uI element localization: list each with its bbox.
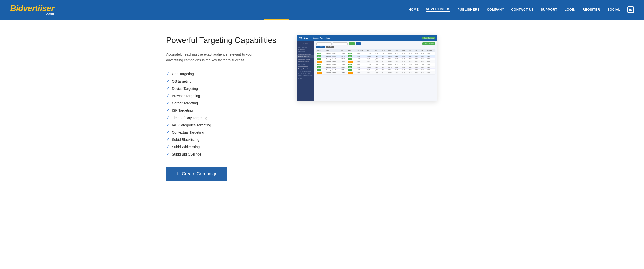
page-title: Powerful Targeting Capabilities [166, 35, 276, 46]
list-item: ✓ Browser Targeting [166, 93, 276, 98]
linkedin-icon[interactable]: in [627, 6, 634, 13]
mock-td: 230 [381, 66, 388, 69]
status-badge: Active [317, 55, 321, 57]
create-campaign-label: Create Campaign [182, 171, 217, 177]
feature-label: OS targeting [172, 79, 192, 83]
mock-td: $10.00 [426, 52, 435, 55]
mock-td: $10.00 [394, 52, 401, 55]
list-item: ✓ Time-Of-Day Targeting [166, 115, 276, 120]
mock-th: Status [347, 49, 356, 52]
mock-td: $13.00 [394, 66, 401, 69]
nav-contact[interactable]: CONTACT US [511, 8, 534, 11]
create-campaign-button[interactable]: + Create Campaign [166, 167, 227, 181]
logo[interactable]: Bidvertiiser .com [10, 4, 54, 15]
mock-th: Impr. [374, 49, 381, 52]
mock-filter-green [349, 42, 355, 45]
mock-td: $0.08 [414, 69, 420, 71]
feature-label: Time-Of-Day Targeting [172, 116, 207, 120]
mock-td: 150 [381, 52, 388, 55]
mock-th: Total [394, 49, 401, 52]
mock-td: Campaign Name 2 [326, 55, 341, 58]
features-list: ✓ Geo Targeting ✓ OS targeting ✓ Device … [166, 71, 276, 157]
check-icon: ✓ [166, 137, 169, 142]
mock-td: 5.500 [356, 55, 366, 58]
nav-register[interactable]: REGISTER [582, 8, 600, 11]
mock-td: 100 [381, 69, 388, 71]
mock-content: Create Campaign + Add Filter + New Filte… [314, 41, 437, 101]
mock-td: Active [347, 69, 356, 71]
nav-home[interactable]: HOME [408, 8, 419, 11]
nav-advertisers[interactable]: ADVERTISERS [426, 7, 450, 12]
mock-create-btn: Create Campaign [422, 37, 435, 39]
check-icon: ✓ [166, 130, 169, 135]
mock-td: Paused [347, 60, 356, 63]
nav-publishers[interactable]: PUBLISHERS [457, 8, 480, 11]
right-column: Bidvertiser Manage Campaigns Create Camp… [297, 35, 478, 101]
mock-sidebar-item: -- No Data -- [297, 48, 314, 51]
feature-label: ISP Targeting [172, 108, 193, 112]
mock-td: 21,000 [374, 63, 381, 66]
nav-login[interactable]: LOGIN [565, 8, 576, 11]
mock-td: $0.25 [408, 71, 414, 74]
mock-td: 2.900 [356, 71, 366, 74]
nav-company[interactable]: COMPANY [487, 8, 504, 11]
mock-td: 210,000 [366, 63, 374, 66]
mock-sidebar-item: Manage Accounts [297, 68, 314, 70]
nav-social[interactable]: SOCIAL [607, 8, 620, 11]
dashboard-screenshot: Bidvertiser Manage Campaigns Create Camp… [297, 35, 437, 101]
mock-td: 6,700 [374, 60, 381, 63]
feature-label: Subid Bid Override [172, 152, 202, 156]
mock-td: $6.00 [394, 60, 401, 63]
mock-td: $1.00 [408, 63, 414, 66]
status-badge: Active [348, 66, 352, 68]
mock-td: $0.10 [414, 52, 420, 55]
mock-th: Your Bid $ [356, 49, 366, 52]
mock-td: $0.60 [408, 55, 414, 58]
mock-td: $11.00 [394, 55, 401, 58]
list-item: ✓ OS targeting [166, 79, 276, 84]
status-badge: Active [317, 53, 321, 54]
logo-text: Bidvertiiser [10, 4, 54, 12]
mock-td: $0.12 [414, 55, 420, 58]
list-item: ✓ Subid Blacklisting [166, 137, 276, 142]
check-icon: ✓ [166, 79, 169, 84]
mock-td: Campaign Name 8 [326, 71, 341, 74]
status-badge: Paused [317, 72, 322, 74]
table-row: Active Campaign Name 1 12345 Active 5.00… [316, 52, 435, 55]
mock-td: Campaign Name 5 [326, 63, 341, 66]
list-item: ✓ Subid Whitelisting [166, 144, 276, 149]
logo-bid: Bidverti [10, 3, 40, 13]
mock-th: Daily [408, 49, 414, 52]
mock-user-id: 15021174 [297, 43, 314, 46]
mock-th: CTR [388, 49, 394, 52]
feature-label: Browser Targeting [172, 94, 200, 98]
site-header: Bidvertiiser .com HOME ADVERTISERS PUBLI… [0, 0, 644, 19]
mock-td: Campaign Name 4 [326, 60, 341, 63]
status-badge: Active [317, 66, 321, 68]
check-icon: ✓ [166, 144, 169, 149]
mock-sidebar-item-active: Manage Campaigns [297, 55, 314, 58]
table-row: Active Campaign Name 5 12349 Active 6.10… [316, 63, 435, 66]
mock-td: 3.200 [356, 60, 366, 63]
mock-create-top-btn: Create Campaign [422, 42, 435, 45]
nav-support[interactable]: SUPPORT [541, 8, 557, 11]
mock-th: Windows [426, 49, 435, 52]
mock-td: $0.25 [420, 71, 426, 74]
mock-td: $1.20 [401, 55, 408, 58]
mock-td: 0.02% [388, 71, 394, 74]
status-badge: Active [348, 64, 352, 65]
left-column: Powerful Targeting Capabilities Accurate… [166, 35, 276, 181]
mock-td: Active [347, 58, 356, 60]
mock-td: $6.00 [426, 60, 435, 63]
mock-td: 14,200 [374, 55, 381, 58]
list-item: ✓ ISP Targeting [166, 108, 276, 113]
mock-sidebar-item: Campaign Report [297, 65, 314, 68]
mock-sidebar: 15021174 Notifications -- No Data -- Cam… [297, 41, 314, 101]
mock-td: 80 [381, 60, 388, 63]
mock-td: $0.50 [408, 52, 414, 55]
mock-td: 67,000 [366, 60, 374, 63]
mock-td: $8.50 [394, 58, 401, 60]
mock-td: Active [316, 55, 326, 58]
mock-td: 12345 [341, 52, 347, 55]
logo-com: .com [10, 12, 54, 15]
